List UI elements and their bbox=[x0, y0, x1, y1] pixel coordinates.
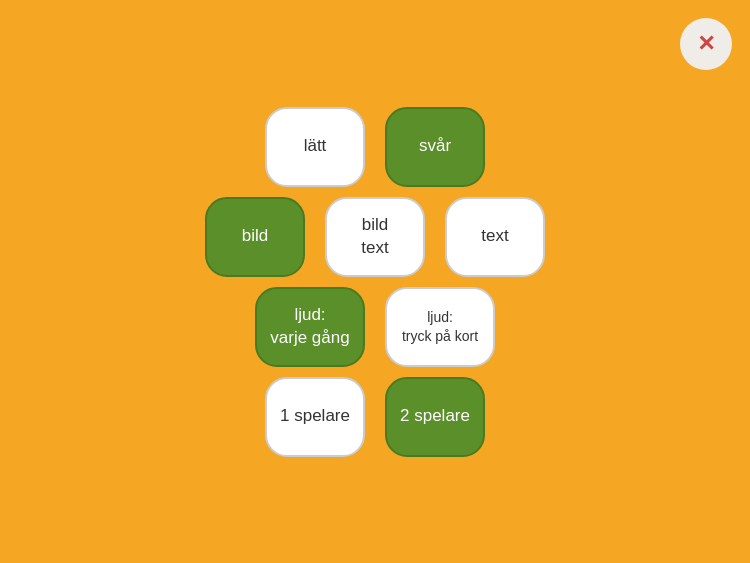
option-bild[interactable]: bild bbox=[205, 197, 305, 277]
option-bild-text[interactable]: bild text bbox=[325, 197, 425, 277]
option-latt[interactable]: lätt bbox=[265, 107, 365, 187]
row-players: 1 spelare 2 spelare bbox=[265, 377, 485, 457]
option-1-spelare[interactable]: 1 spelare bbox=[265, 377, 365, 457]
row-sound: ljud: varje gång ljud: tryck på kort bbox=[255, 287, 495, 367]
option-ljud-tryck[interactable]: ljud: tryck på kort bbox=[385, 287, 495, 367]
close-icon: ✕ bbox=[697, 31, 715, 57]
options-panel: lätt svår bild bild text text ljud: varj… bbox=[205, 107, 545, 457]
row-content-type: bild bild text text bbox=[205, 197, 545, 277]
option-2-spelare[interactable]: 2 spelare bbox=[385, 377, 485, 457]
option-svar[interactable]: svår bbox=[385, 107, 485, 187]
row-difficulty: lätt svår bbox=[265, 107, 485, 187]
close-button[interactable]: ✕ bbox=[680, 18, 732, 70]
option-ljud-varje[interactable]: ljud: varje gång bbox=[255, 287, 365, 367]
option-text[interactable]: text bbox=[445, 197, 545, 277]
